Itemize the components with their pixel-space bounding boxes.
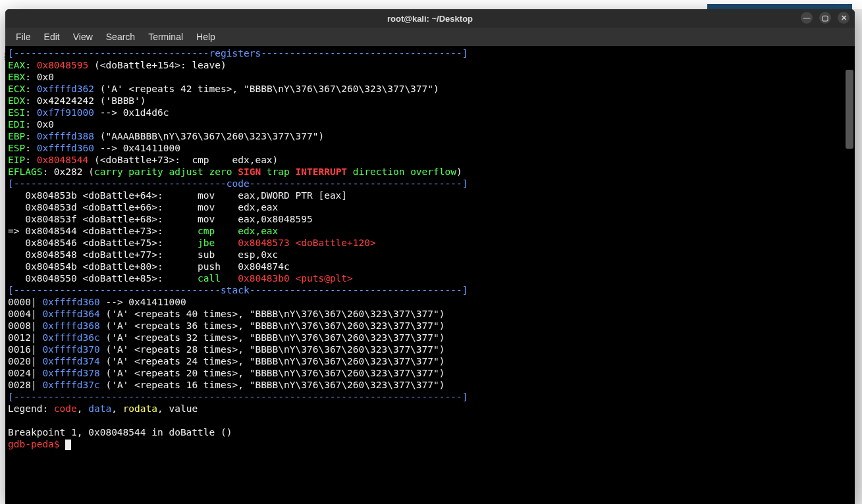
- terminal-scrollbar[interactable]: [846, 46, 853, 503]
- maximize-button[interactable]: ▢: [819, 12, 831, 24]
- close-button[interactable]: ✕: [838, 12, 849, 24]
- menu-terminal[interactable]: Terminal: [143, 30, 188, 44]
- window-title: root@kali: ~/Desktop: [387, 14, 473, 24]
- menu-edit[interactable]: Edit: [39, 30, 65, 44]
- terminal-menubar: File Edit View Search Terminal Help: [5, 28, 855, 46]
- terminal-body[interactable]: [----------------------------------regis…: [5, 46, 855, 504]
- menu-help[interactable]: Help: [191, 30, 221, 44]
- minimize-icon: —: [803, 14, 811, 22]
- close-icon: ✕: [841, 14, 847, 22]
- minimize-button[interactable]: —: [801, 12, 813, 24]
- menu-view[interactable]: View: [68, 30, 98, 44]
- cursor: [65, 440, 71, 450]
- terminal-window: root@kali: ~/Desktop — ▢ ✕ File Edit Vie…: [5, 9, 855, 504]
- window-titlebar[interactable]: root@kali: ~/Desktop — ▢ ✕: [5, 9, 855, 28]
- menu-file[interactable]: File: [11, 30, 36, 44]
- maximize-icon: ▢: [822, 14, 828, 22]
- menu-search[interactable]: Search: [101, 30, 140, 44]
- scrollbar-thumb[interactable]: [846, 70, 853, 149]
